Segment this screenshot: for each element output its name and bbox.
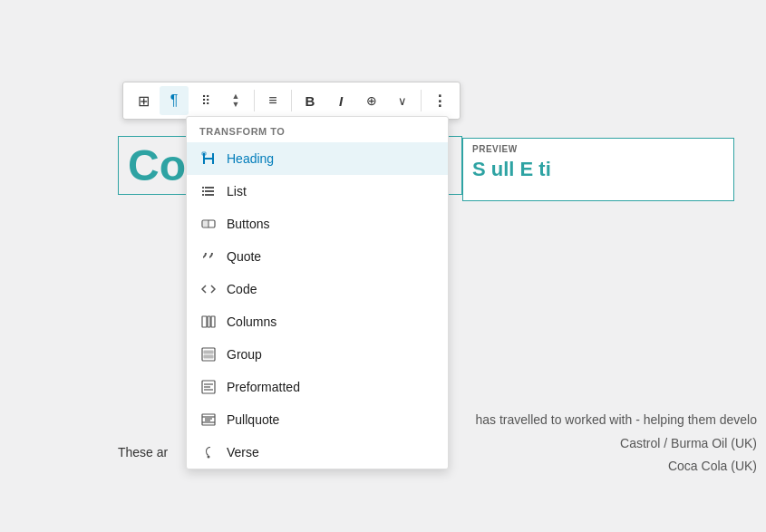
paragraph-button[interactable]: ¶ <box>160 86 189 115</box>
chevron-down-icon: ∨ <box>398 94 407 108</box>
transform-quote-item[interactable]: Quote <box>187 240 448 273</box>
link-button[interactable]: ⊕ <box>357 86 386 115</box>
transform-heading-item[interactable]: Heading <box>187 142 448 175</box>
italic-icon: I <box>339 93 343 109</box>
toolbar-divider-3 <box>421 90 422 111</box>
stepper-icon: ▲ ▼ <box>232 92 240 109</box>
block-toolbar: ⊞ ¶ ⠿ ▲ ▼ ≡ B I ⊕ ∨ ⋮ <box>122 82 461 120</box>
preformatted-icon <box>199 378 218 396</box>
bold-icon: B <box>305 93 315 109</box>
transform-buttons-item[interactable]: Buttons <box>187 208 448 240</box>
more-rich-button[interactable]: ∨ <box>388 86 417 115</box>
transform-to-dropdown: TRANSFORM TO Heading List <box>186 116 449 469</box>
block-icon: ⊞ <box>138 92 150 110</box>
group-icon <box>199 345 218 363</box>
quote-label: Quote <box>227 249 261 264</box>
options-button[interactable]: ⋮ <box>425 86 454 115</box>
align-icon: ≡ <box>268 92 276 109</box>
verse-label: Verse <box>227 445 259 459</box>
transform-columns-item[interactable]: Columns <box>187 305 448 338</box>
transform-code-item[interactable]: Code <box>187 273 448 305</box>
ellipsis-icon: ⋮ <box>432 92 447 110</box>
preformatted-label: Preformatted <box>227 380 300 394</box>
group-label: Group <box>227 347 262 362</box>
paragraph-icon: ¶ <box>170 92 179 109</box>
toolbar-divider-1 <box>254 90 255 111</box>
link-icon: ⊕ <box>366 93 377 108</box>
svg-rect-5 <box>202 194 204 196</box>
block-icon-button[interactable]: ⊞ <box>129 86 158 115</box>
svg-point-25 <box>208 456 210 459</box>
align-button[interactable]: ≡ <box>258 86 287 115</box>
list-icon <box>199 182 218 200</box>
heading-label: Heading <box>227 151 274 166</box>
code-label: Code <box>227 282 257 296</box>
svg-rect-2 <box>205 187 214 189</box>
svg-rect-15 <box>204 355 213 358</box>
code-icon <box>199 280 218 298</box>
transform-list-item[interactable]: List <box>187 175 448 208</box>
transform-preformatted-item[interactable]: Preformatted <box>187 371 448 403</box>
heading-icon <box>199 150 218 168</box>
bold-button[interactable]: B <box>296 86 325 115</box>
svg-rect-11 <box>208 316 210 327</box>
buttons-label: Buttons <box>227 217 269 231</box>
svg-rect-1 <box>202 187 204 189</box>
quote-icon <box>199 247 218 266</box>
bottom-left-text: These ar <box>118 445 168 459</box>
preview-label: PREVIEW <box>472 144 724 154</box>
pullquote-icon <box>199 411 218 429</box>
svg-rect-4 <box>205 190 214 192</box>
italic-button[interactable]: I <box>326 86 355 115</box>
pullquote-label: Pullquote <box>227 412 279 427</box>
verse-icon <box>199 443 218 461</box>
transform-group-item[interactable]: Group <box>187 338 448 371</box>
svg-rect-8 <box>202 220 208 227</box>
dropdown-header: TRANSFORM TO <box>187 117 448 142</box>
drag-button[interactable]: ⠿ <box>190 86 219 115</box>
toolbar-divider-2 <box>291 90 292 111</box>
buttons-icon <box>199 215 218 233</box>
transform-pullquote-item[interactable]: Pullquote <box>187 403 448 436</box>
svg-rect-20 <box>202 414 215 425</box>
preview-box: PREVIEW S ull E ti <box>462 138 734 201</box>
svg-rect-10 <box>202 316 207 327</box>
columns-icon <box>199 313 218 331</box>
transform-verse-item[interactable]: Verse <box>187 436 448 469</box>
svg-rect-13 <box>202 348 215 361</box>
svg-rect-12 <box>211 316 215 327</box>
svg-rect-14 <box>204 351 213 353</box>
drag-icon: ⠿ <box>201 93 209 108</box>
columns-label: Columns <box>227 314 276 329</box>
preview-content: S ull E ti <box>472 158 724 181</box>
svg-rect-6 <box>205 194 214 196</box>
svg-rect-3 <box>202 190 204 192</box>
move-arrows-button[interactable]: ▲ ▼ <box>221 86 250 115</box>
bottom-right-text: has travelled to worked with - helping t… <box>475 409 757 478</box>
list-label: List <box>227 184 247 198</box>
